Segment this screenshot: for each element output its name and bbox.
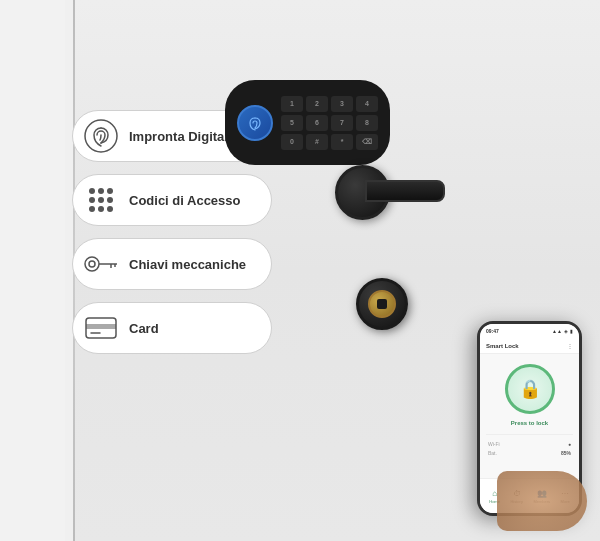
key-7: 7 (331, 115, 353, 131)
svg-point-1 (85, 257, 99, 271)
phone-info-section: Wi-Fi ● Bat. 85% (480, 437, 579, 460)
phone-status-bar: 09:47 ▲▲ ◈ ▮ (480, 324, 579, 338)
battery-icon: ▮ (570, 328, 573, 334)
svg-point-2 (89, 261, 95, 267)
keypad-keys-grid: 1 2 3 4 5 6 7 8 0 # * ⌫ (281, 96, 378, 150)
svg-rect-7 (86, 324, 116, 329)
feature-mechanical-keys: Chiavi meccaniche (72, 238, 272, 290)
key-icon (83, 246, 119, 282)
fingerprint-icon (83, 118, 119, 154)
key-6: 6 (306, 115, 328, 131)
battery-label: Bat. (488, 450, 497, 456)
key-back: ⌫ (356, 134, 378, 150)
cylinder-outer (356, 278, 408, 330)
keypad-icon (83, 182, 119, 218)
door-handle-assembly (335, 165, 415, 220)
key-8: 8 (356, 115, 378, 131)
signal-icon: ▲▲ (552, 328, 562, 334)
battery-value: 85% (561, 450, 571, 456)
key-star: * (331, 134, 353, 150)
wifi-icon: ◈ (564, 328, 568, 334)
keypad-fingerprint-sensor (237, 105, 273, 141)
feature-fingerprint-label: Impronta Digitale (129, 129, 235, 144)
phone-app-title: Smart Lock (486, 343, 519, 349)
key-hash: # (306, 134, 328, 150)
phone-lock-display: 🔒 Press to lock (480, 354, 579, 432)
keypad-housing: 1 2 3 4 5 6 7 8 0 # * ⌫ (225, 80, 390, 165)
card-icon (83, 310, 119, 346)
cylinder-lock (356, 278, 408, 330)
hand-silhouette (497, 471, 587, 531)
key-2: 2 (306, 96, 328, 112)
phone-status-icons: ▲▲ ◈ ▮ (552, 328, 573, 334)
feature-mechanical-keys-label: Chiavi meccaniche (129, 257, 246, 272)
key-4: 4 (356, 96, 378, 112)
key-3: 3 (331, 96, 353, 112)
phone-lock-icon: 🔒 (519, 378, 541, 400)
key-0: 0 (281, 134, 303, 150)
key-5: 5 (281, 115, 303, 131)
wifi-label: Wi-Fi (488, 441, 500, 447)
cylinder-inner (368, 290, 396, 318)
handle-lever (365, 180, 445, 202)
smart-lock-keypad-unit: 1 2 3 4 5 6 7 8 0 # * ⌫ (225, 80, 390, 165)
key-1: 1 (281, 96, 303, 112)
phone-menu-icon: ⋮ (567, 342, 573, 349)
phone-divider (486, 434, 573, 435)
phone-info-row-wifi: Wi-Fi ● (488, 441, 571, 447)
phone-lock-circle[interactable]: 🔒 (505, 364, 555, 414)
phone-info-row-battery: Bat. 85% (488, 450, 571, 456)
feature-access-codes-label: Codici di Accesso (129, 193, 241, 208)
feature-card-label: Card (129, 321, 159, 336)
phone-container: 09:47 ▲▲ ◈ ▮ Smart Lock ⋮ 🔒 Press to loc… (477, 321, 582, 516)
phone-lock-status: Press to lock (511, 420, 548, 426)
wall-left (0, 0, 65, 541)
phone-time: 09:47 (486, 328, 499, 334)
phone-app-header: Smart Lock ⋮ (480, 338, 579, 354)
feature-access-codes: Codici di Accesso (72, 174, 272, 226)
wifi-value: ● (568, 441, 571, 447)
cylinder-keyhole (377, 299, 387, 309)
feature-card: Card (72, 302, 272, 354)
